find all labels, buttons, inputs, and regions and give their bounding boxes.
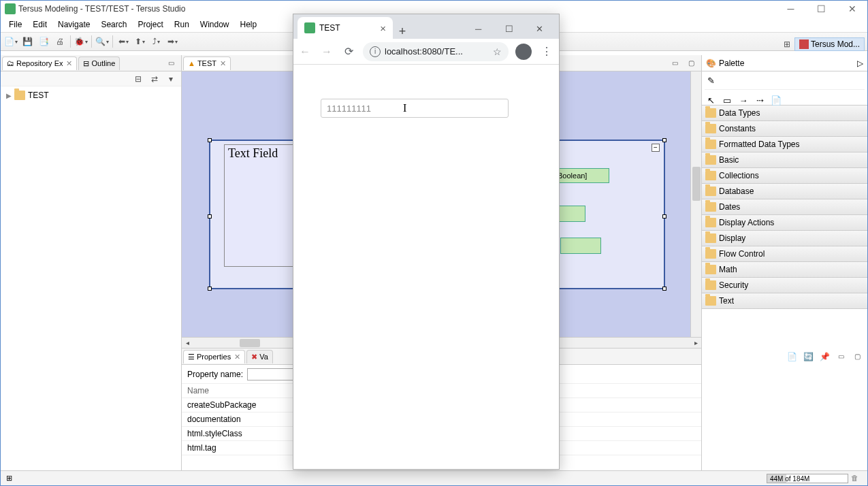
resize-handle[interactable] xyxy=(662,287,666,291)
heap-bar[interactable]: 44M of 184M xyxy=(767,474,848,483)
view-minimize-icon[interactable]: ▭ xyxy=(163,56,178,71)
marquee-tool[interactable]: ▭ xyxy=(721,94,733,106)
editor-maximize-icon[interactable]: ▢ xyxy=(684,56,698,71)
nav-back-button[interactable]: ⬅▾ xyxy=(116,34,131,49)
close-tab-icon[interactable]: × xyxy=(380,22,386,34)
address-bar[interactable]: i localhost:8080/TE... ☆ xyxy=(363,42,509,61)
view-max-button[interactable]: ▢ xyxy=(850,349,865,364)
palette-categories[interactable]: Data Types Constants Formatted Data Type… xyxy=(702,106,867,470)
nav-up-button[interactable]: ⬆▾ xyxy=(132,34,147,49)
forward-button[interactable]: → xyxy=(319,44,334,59)
category-constants[interactable]: Constants xyxy=(702,121,867,137)
category-security[interactable]: Security xyxy=(702,278,867,293)
editor-minimize-icon[interactable]: ▭ xyxy=(667,56,682,71)
close-button[interactable]: ✕ xyxy=(837,1,867,17)
profile-icon[interactable] xyxy=(515,44,532,60)
category-math[interactable]: Math xyxy=(702,262,867,278)
tree-node-test[interactable]: ▶ TEST xyxy=(3,89,178,101)
scrollbar-thumb[interactable] xyxy=(240,339,260,347)
collapse-icon[interactable]: − xyxy=(652,144,660,152)
category-collections[interactable]: Collections xyxy=(702,168,867,184)
new-button[interactable]: 📄▾ xyxy=(3,34,18,49)
category-data-types[interactable]: Data Types xyxy=(702,106,867,121)
print-button[interactable]: 🖨 xyxy=(52,34,67,49)
gc-trash-icon[interactable]: 🗑 xyxy=(851,474,861,483)
refresh-button[interactable]: 🔄 xyxy=(801,349,816,364)
browser-menu-icon[interactable]: ⋮ xyxy=(539,45,555,58)
new-tab-button[interactable]: + xyxy=(393,25,412,39)
perspective-tersus[interactable]: Tersus Mod... xyxy=(794,37,865,51)
view-min-button[interactable]: ▭ xyxy=(833,349,848,364)
tab-repository-explorer[interactable]: 🗂 Repository Ex ✕ xyxy=(2,56,77,70)
pin-button[interactable]: 📌 xyxy=(817,349,832,364)
arrow-tool[interactable]: → xyxy=(737,94,750,106)
category-text[interactable]: Text xyxy=(702,293,867,309)
browser-close-button[interactable]: ✕ xyxy=(524,18,555,39)
nav-fwd-button[interactable]: ➡▾ xyxy=(165,34,180,49)
menu-run[interactable]: Run xyxy=(169,18,195,31)
open-perspective-button[interactable]: ⊞ xyxy=(779,37,794,52)
category-dates[interactable]: Dates xyxy=(702,199,867,215)
category-display[interactable]: Display xyxy=(702,231,867,246)
browser-tab-test[interactable]: TEST × xyxy=(298,17,393,39)
resize-handle[interactable] xyxy=(208,287,212,291)
browser-minimize-button[interactable]: ─ xyxy=(463,18,494,39)
new-prop-button[interactable]: 📄 xyxy=(784,349,799,364)
bookmark-star-icon[interactable]: ☆ xyxy=(493,46,502,57)
scroll-left-icon[interactable]: ◂ xyxy=(182,338,193,349)
view-menu-button[interactable]: ▾ xyxy=(163,71,178,86)
collapse-all-button[interactable]: ⊟ xyxy=(131,71,146,86)
close-tab-icon[interactable]: ✕ xyxy=(66,59,72,68)
save-button[interactable]: 💾 xyxy=(20,34,35,49)
resize-handle[interactable] xyxy=(662,214,666,218)
search-button[interactable]: 🔍▾ xyxy=(95,34,110,49)
category-database[interactable]: Database xyxy=(702,184,867,199)
tab-properties[interactable]: ☰ Properties ✕ xyxy=(183,350,245,363)
page-text-input[interactable]: 111111111 I xyxy=(321,99,509,118)
element-node[interactable] xyxy=(558,206,585,222)
menu-navigate[interactable]: Navigate xyxy=(52,18,95,31)
boolean-element[interactable]: Boolean] xyxy=(555,168,609,183)
close-tab-icon[interactable]: ✕ xyxy=(220,59,226,68)
heap-text: 44M of 184M xyxy=(770,474,809,484)
nav-home-button[interactable]: ⤴▾ xyxy=(148,34,163,49)
menu-file[interactable]: File xyxy=(3,18,27,31)
expand-icon[interactable]: ▶ xyxy=(6,92,12,99)
tab-outline[interactable]: ⊟ Outline xyxy=(78,56,120,70)
note-tool[interactable]: 📄 xyxy=(770,94,782,106)
left-tab-folder: 🗂 Repository Ex ✕ ⊟ Outline ▭ xyxy=(1,55,181,71)
scroll-right-icon[interactable]: ▸ xyxy=(690,338,701,349)
resize-handle[interactable] xyxy=(208,138,212,142)
category-display-actions[interactable]: Display Actions xyxy=(702,215,867,231)
repository-tree[interactable]: ▶ TEST xyxy=(1,86,181,470)
debug-button[interactable]: 🐞▾ xyxy=(74,34,89,49)
category-basic[interactable]: Basic xyxy=(702,152,867,168)
palette-collapse-icon[interactable]: ▷ xyxy=(857,59,863,68)
palette-title: Palette xyxy=(719,59,744,68)
dashed-arrow-tool[interactable]: ⤏ xyxy=(754,94,766,106)
menu-window[interactable]: Window xyxy=(195,18,235,31)
menu-edit[interactable]: Edit xyxy=(27,18,52,31)
save-all-button[interactable]: 📑 xyxy=(36,34,51,49)
category-formatted-data-types[interactable]: Formatted Data Types xyxy=(702,137,867,152)
select-tool[interactable]: ↖ xyxy=(705,94,717,106)
browser-maximize-button[interactable]: ☐ xyxy=(494,18,524,39)
eyedropper-icon[interactable]: ✎ xyxy=(705,74,717,86)
repository-toolbar: ⊟ ⇄ ▾ xyxy=(1,71,181,86)
menu-search[interactable]: Search xyxy=(95,18,132,31)
close-tab-icon[interactable]: ✕ xyxy=(234,353,240,361)
reload-button[interactable]: ⟳ xyxy=(341,44,356,59)
resize-handle[interactable] xyxy=(208,214,212,218)
back-button[interactable]: ← xyxy=(298,44,312,59)
link-editor-button[interactable]: ⇄ xyxy=(147,71,162,86)
editor-tab-test[interactable]: ▲ TEST ✕ xyxy=(183,56,231,70)
resize-handle[interactable] xyxy=(662,138,666,142)
maximize-button[interactable]: ☐ xyxy=(806,1,837,17)
menu-project[interactable]: Project xyxy=(132,18,168,31)
site-info-icon[interactable]: i xyxy=(370,46,381,57)
category-flow-control[interactable]: Flow Control xyxy=(702,246,867,262)
minimize-button[interactable]: ─ xyxy=(775,1,806,17)
element-node[interactable] xyxy=(560,238,601,254)
tab-validation[interactable]: ✖ Va xyxy=(246,350,273,363)
menu-help[interactable]: Help xyxy=(235,18,263,31)
